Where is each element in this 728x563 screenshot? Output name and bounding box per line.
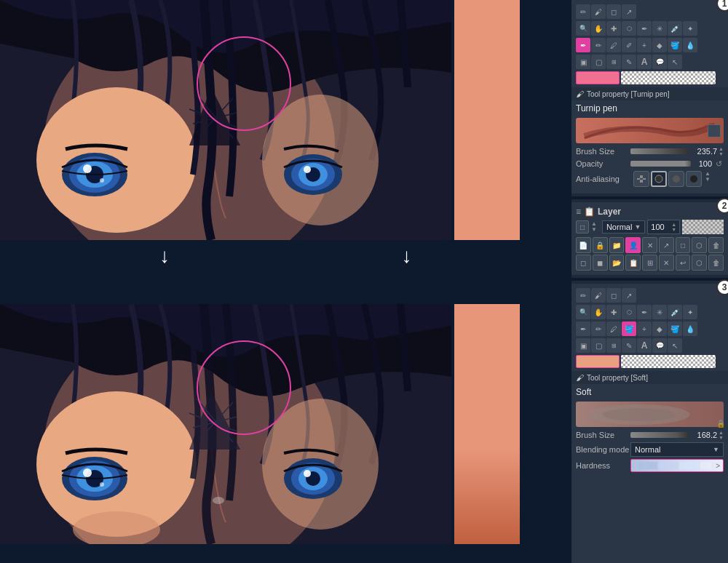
- layer-icon-arrow[interactable]: ↗: [659, 237, 674, 253]
- soft-tool-move[interactable]: ✚: [606, 305, 621, 319]
- tool-diamond-icon[interactable]: ◆: [652, 38, 667, 52]
- soft-tool-gr[interactable]: ⊞: [606, 338, 621, 353]
- tool-grid-icon[interactable]: ⊞: [606, 55, 621, 69]
- layer-page-icon[interactable]: □: [576, 220, 589, 233]
- layer-opacity[interactable]: 100 ▲▼: [647, 220, 680, 234]
- aa-option-circle2[interactable]: [668, 171, 684, 187]
- layer-icon-delete[interactable]: 🗑: [708, 237, 724, 253]
- aa-option-circle[interactable]: [651, 171, 667, 187]
- soft-tool-p2[interactable]: ✏: [591, 322, 606, 336]
- soft-tool-bucket-active[interactable]: 🪣: [622, 322, 636, 336]
- tool-edit-icon[interactable]: ✎: [622, 55, 636, 69]
- soft-hardness-bar[interactable]: [630, 459, 724, 472]
- tool-move-icon[interactable]: ✚: [606, 21, 621, 36]
- layer-icon-new[interactable]: 📄: [576, 237, 591, 253]
- tool-arrow2-icon[interactable]: ↗: [622, 4, 636, 19]
- layer-icon-folder[interactable]: 📁: [609, 237, 625, 253]
- layer-icon-r5[interactable]: ⊞: [642, 255, 657, 271]
- soft-tool-p1[interactable]: ✒: [576, 322, 590, 336]
- soft-tool-erase[interactable]: ◻: [606, 288, 621, 303]
- tool-sparkle-icon[interactable]: ✦: [683, 21, 697, 36]
- tool-zoom-icon[interactable]: 🔍: [576, 21, 590, 36]
- layer-icon-x[interactable]: ✕: [642, 237, 657, 253]
- aa-option-circle3[interactable]: [686, 171, 702, 187]
- tool-bubble-icon[interactable]: 💬: [652, 55, 667, 69]
- tool-pen4-icon[interactable]: ✐: [622, 38, 636, 52]
- layer-icon-r2[interactable]: ◼: [593, 255, 608, 271]
- soft-tool-cur[interactable]: ↖: [668, 338, 682, 353]
- soft-hardness-row: Hardness: [576, 459, 724, 472]
- soft-tool-plus[interactable]: +: [637, 322, 652, 336]
- tool-eraser-icon[interactable]: ◻: [606, 4, 621, 19]
- color-swatch-primary[interactable]: [576, 71, 620, 84]
- layer-icon-r8[interactable]: ⬡: [692, 255, 707, 271]
- tool-rect-icon[interactable]: ▢: [591, 55, 606, 69]
- layer-icon-r4[interactable]: 📋: [625, 255, 641, 271]
- opacity-slider[interactable]: [630, 161, 691, 167]
- layer-icon-r6[interactable]: ✕: [659, 255, 674, 271]
- soft-tool-r[interactable]: ▢: [591, 338, 606, 353]
- brush-size-spinner[interactable]: ▲▼: [719, 146, 724, 156]
- tool-star-icon[interactable]: ✳: [652, 21, 667, 36]
- color-swatch-secondary[interactable]: [621, 71, 716, 84]
- layer-icon-move[interactable]: ⬡: [692, 237, 707, 253]
- soft-tool-sp[interactable]: ✦: [683, 305, 697, 319]
- soft-tool-rf[interactable]: ▣: [576, 338, 590, 353]
- soft-color-swatch-primary[interactable]: [576, 355, 620, 368]
- soft-tool-ed[interactable]: ✎: [622, 338, 636, 353]
- hamburger-icon[interactable]: ≡: [576, 207, 581, 217]
- tool-select-icon[interactable]: ⬡: [622, 21, 636, 36]
- tool-plus-icon[interactable]: +: [637, 38, 652, 52]
- soft-tool-zoom[interactable]: 🔍: [576, 305, 590, 319]
- tool-pen3-icon[interactable]: 🖊: [606, 38, 621, 52]
- canvas-top[interactable]: [0, 0, 451, 240]
- soft-tool-p3[interactable]: 🖊: [606, 322, 621, 336]
- soft-tool-pen[interactable]: ✒: [637, 305, 652, 319]
- layer-nav-spinner[interactable]: ▲▼: [591, 221, 597, 233]
- tool-pen2-icon[interactable]: ✏: [591, 38, 606, 52]
- aa-option-plus[interactable]: [633, 171, 649, 187]
- layer-icon-box[interactable]: □: [676, 237, 691, 253]
- soft-tool-diamond[interactable]: ◆: [652, 322, 667, 336]
- layer-icon-r1[interactable]: ◻: [576, 255, 591, 271]
- tool-cursor-icon[interactable]: ↖: [668, 55, 682, 69]
- aa-spinner[interactable]: ▲▼: [705, 171, 711, 187]
- soft-tool-name: Soft: [576, 386, 724, 399]
- layer-icon-r3[interactable]: 📂: [609, 255, 625, 271]
- tool-pen-active-icon[interactable]: ✒: [576, 38, 590, 52]
- tool-drop-icon[interactable]: 💧: [683, 38, 697, 52]
- soft-tool-eye[interactable]: 💉: [668, 305, 682, 319]
- opacity-reset-icon[interactable]: ↺: [713, 159, 724, 169]
- tool-eyedrop-icon[interactable]: 💉: [668, 21, 682, 36]
- soft-tool-hand[interactable]: ✋: [591, 305, 606, 319]
- soft-blend-select[interactable]: Normal ▼: [630, 442, 724, 457]
- soft-tool-sel[interactable]: ⬡: [622, 305, 636, 319]
- tool-hand-icon[interactable]: ✋: [591, 21, 606, 36]
- soft-tool-star[interactable]: ✳: [652, 305, 667, 319]
- canvas-area: ↓ ↓: [0, 0, 571, 563]
- soft-tool-pencil[interactable]: ✏: [576, 288, 590, 303]
- tool-pen-icon[interactable]: ✒: [637, 21, 652, 36]
- soft-tool-brush[interactable]: 🖌: [591, 288, 606, 303]
- tool-text-icon[interactable]: A: [637, 55, 652, 69]
- layer-icon-r7[interactable]: ↩: [676, 255, 691, 271]
- tool-rect-fill-icon[interactable]: ▣: [576, 55, 590, 69]
- tool-bucket-icon[interactable]: 🪣: [668, 38, 682, 52]
- layer-blend-mode[interactable]: Normal ▼: [602, 220, 645, 233]
- canvas-bottom[interactable]: [0, 304, 451, 544]
- soft-tool-a[interactable]: A: [637, 338, 652, 353]
- tool-pencil-icon[interactable]: ✏: [576, 4, 590, 19]
- soft-tool-drop[interactable]: 💧: [683, 322, 697, 336]
- layer-icon-r9[interactable]: 🗑: [708, 255, 724, 271]
- soft-color-swatch-secondary[interactable]: [621, 355, 716, 368]
- layer-icon-person[interactable]: 👤: [625, 237, 641, 253]
- soft-tool-b2[interactable]: 🪣: [668, 322, 682, 336]
- soft-brush-size-spinner[interactable]: ▲▼: [719, 430, 724, 440]
- layer-icon-lock[interactable]: 🔒: [593, 237, 608, 253]
- soft-tool-arr[interactable]: ↗: [622, 288, 636, 303]
- tool-brush-icon[interactable]: 🖌: [591, 4, 606, 19]
- brush-size-slider[interactable]: [630, 148, 689, 154]
- layer-opacity-spinner[interactable]: ▲▼: [671, 222, 676, 232]
- soft-brush-size-slider[interactable]: [630, 432, 689, 438]
- soft-tool-bub[interactable]: 💬: [652, 338, 667, 353]
